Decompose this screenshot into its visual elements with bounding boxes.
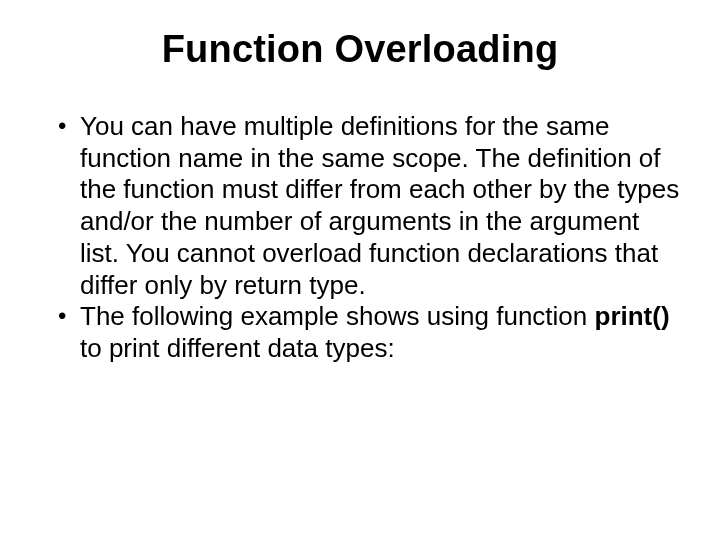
bullet-text: You can have multiple definitions for th… [80,111,679,300]
bullet-list: You can have multiple definitions for th… [40,111,680,365]
bullet-text-prefix: The following example shows using functi… [80,301,595,331]
bullet-text-suffix: to print different data types: [80,333,395,363]
slide-title: Function Overloading [40,28,680,71]
slide: Function Overloading You can have multip… [0,0,720,540]
bullet-item: You can have multiple definitions for th… [58,111,680,301]
bullet-item: The following example shows using functi… [58,301,680,364]
bullet-text-bold: print() [595,301,670,331]
